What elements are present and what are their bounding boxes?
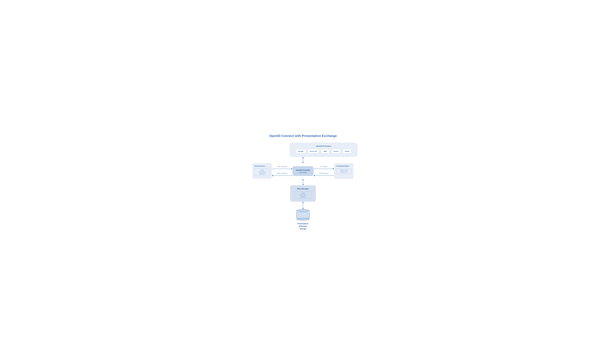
vc-request-label: VC Request [320, 166, 328, 168]
relying-party-title: Relying Party [255, 165, 265, 167]
oidc-request-arrowhead [291, 168, 292, 170]
pex-manager-dashed: CreatepresentationDefinition [294, 192, 312, 199]
pex-to-storage-arrow [302, 202, 304, 209]
oidc-request-label: OIDC Request [277, 166, 287, 168]
provider-ibm: IBM [321, 149, 329, 154]
provider-auth0: Auth0 [343, 149, 352, 154]
cylinder-body [296, 212, 310, 219]
full-layout: OpenID Connect with Presentation Exchang… [249, 134, 357, 230]
oidc-provider-box: OpenID Provider (Keycloak) [292, 166, 314, 176]
cylinder-bottom [296, 218, 310, 221]
storage-cylinder [296, 209, 310, 221]
oidc-provider-subtitle: (Keycloak) [299, 171, 307, 173]
oidc-provider-title: OpenID Provider [296, 169, 310, 171]
provider-google: Google [296, 149, 306, 154]
oidc-response-label: OIDC Response [277, 172, 287, 174]
vp-response-arrowhead [314, 175, 315, 176]
page-title: OpenID Connect with Presentation Exchang… [269, 134, 337, 138]
right-arrow-group: VC Request VP Response [314, 166, 334, 176]
provider-azure: Azure AD [307, 149, 319, 154]
storage-label: PresentationDefinitionStorage [298, 222, 309, 230]
provider-oracle: Oracle [331, 149, 341, 154]
oidc-response-arrowhead [272, 175, 273, 176]
relying-party-box: Relying Party CreatePresentationDefiniti… [252, 163, 272, 179]
arrow-head-up [302, 157, 304, 158]
storage-section: PresentationDefinitionStorage [296, 209, 310, 230]
diagram-container: OpenID Connect with Presentation Exchang… [249, 134, 357, 230]
middle-section: Relying Party CreatePresentationDefiniti… [249, 163, 357, 179]
vc-request-arrowhead [333, 168, 334, 170]
providers-section: OpenID Providers Google Azure AD IBM Ora… [290, 143, 357, 157]
arrow-head-down [302, 162, 304, 163]
providers-row: Google Azure AD IBM Oracle Auth0 [293, 149, 354, 154]
pex-manager-box: PEX Manager CreatepresentationDefinition [290, 185, 316, 202]
left-arrow-group: OIDC Request OIDC Response [272, 166, 292, 176]
arrow-head-up-2 [302, 179, 304, 180]
providers-to-oidc-arrow [302, 157, 304, 163]
pex-manager-title: PEX Manager [297, 188, 309, 190]
vp-response-label: VP Response [319, 172, 328, 174]
credential-wallet-title: Credential Wallet [336, 165, 349, 167]
credential-wallet-box: Credential Wallet Collects DataPrepares … [334, 163, 354, 179]
cylinder-top [296, 209, 310, 212]
credential-wallet-dashed: Collects DataPrepares VP [336, 169, 351, 174]
relying-party-dashed: CreatePresentationDefinition [255, 169, 270, 176]
providers-title: OpenID Providers [293, 145, 354, 147]
arrow-head-down-3 [302, 208, 304, 209]
arrow-head-down-2 [302, 184, 304, 185]
oidc-to-pex-arrow [302, 179, 304, 185]
arrow-head-up-3 [302, 202, 304, 203]
